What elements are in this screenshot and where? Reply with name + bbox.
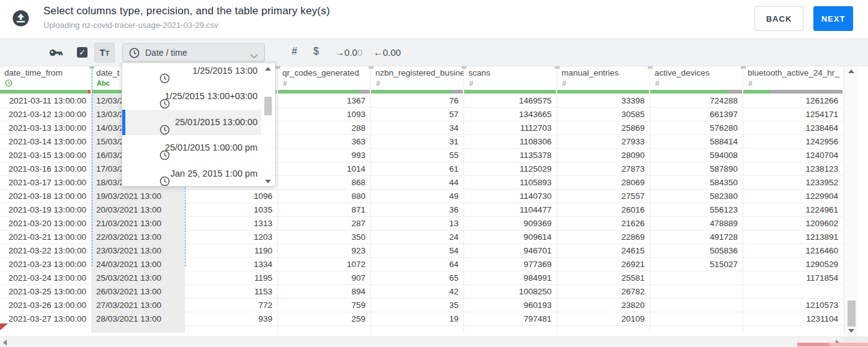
table-cell: 1171854 [743, 271, 844, 285]
table-cell: 1233952 [743, 176, 844, 190]
column-resize-grip[interactable] [555, 66, 560, 69]
column-resize-grip[interactable] [89, 66, 94, 69]
chevron-down-icon [250, 51, 258, 61]
table-cell: 1072 [278, 258, 371, 271]
column-resize-grip[interactable] [648, 66, 653, 69]
table-cell: 1216460 [743, 244, 844, 258]
increase-precision-button[interactable]: →0.00 [335, 47, 362, 58]
table-cell: 49 [371, 190, 464, 203]
table-cell: 2021-03-20 13:00:00 [0, 217, 92, 231]
table-cell: 24615 [557, 244, 650, 258]
table-cell: 880 [278, 190, 371, 203]
column-header[interactable]: date_time_from [0, 66, 92, 90]
back-button[interactable]: BACK [754, 6, 803, 31]
table-cell: 797481 [464, 312, 557, 326]
table-cell: 2021-03-22 13:00:00 [0, 244, 92, 258]
table-cell [743, 285, 844, 299]
table-cell: 1203 [185, 231, 278, 244]
decrease-precision-button[interactable]: ←0.00 [374, 47, 401, 58]
dropdown-item[interactable]: 1/25/2015 13:00+03:00 [122, 84, 262, 109]
table-cell: 977369 [464, 258, 557, 271]
page-title: Select columns type, precision, and the … [43, 5, 330, 17]
column-type-badge: # [376, 79, 380, 88]
currency-type-button[interactable]: $ [313, 46, 319, 57]
table-cell: 42 [371, 285, 464, 299]
table-cell [557, 326, 650, 333]
table-cell: 1313 [185, 217, 278, 231]
table-cell: 907 [278, 271, 371, 285]
scroll-down-icon[interactable] [848, 329, 854, 333]
vertical-scrollbar-thumb[interactable] [848, 301, 856, 327]
dropdown-scrollbar-thumb[interactable] [264, 97, 272, 115]
scroll-up-icon[interactable] [265, 67, 271, 71]
table-cell: 259 [278, 312, 371, 326]
table-cell: 363 [278, 135, 371, 149]
column-header[interactable]: bluetooth_active_24_hr_# [743, 66, 844, 90]
dropdown-scrollbar[interactable] [261, 63, 275, 187]
table-cell: 576280 [650, 121, 743, 135]
table-cell: 20109 [557, 312, 650, 326]
integer-type-button[interactable]: # [292, 46, 297, 57]
table-cell: 1334 [185, 258, 278, 271]
primary-key-icon[interactable] [48, 48, 63, 60]
nullable-checkbox[interactable]: ✓ [77, 47, 87, 58]
upload-progress-remnant [797, 343, 868, 346]
column-resize-grip[interactable] [741, 66, 746, 69]
table-cell: 1112703 [464, 121, 557, 135]
dropdown-item[interactable]: 25/01/2015 1:00:00 pm [122, 135, 262, 160]
table-cell: 868 [278, 176, 371, 190]
column-name: qr_codes_generated [282, 68, 359, 77]
column-header[interactable]: active_devices# [650, 66, 743, 90]
table-cell: 594008 [650, 149, 743, 162]
column-header[interactable]: qr_codes_generated# [278, 66, 371, 90]
dropdown-item-label: 25/01/2015 13:00:00 [175, 117, 257, 127]
table-cell: 1195 [185, 271, 278, 285]
text-type-button[interactable]: TT [94, 43, 115, 63]
dropdown-item[interactable]: 1/25/2015 13:00 [122, 63, 262, 84]
quality-bar [278, 90, 370, 94]
column-header[interactable]: nzbn_registered_busine# [371, 66, 464, 90]
table-cell: 1254171 [743, 108, 844, 121]
column-resize-grip[interactable] [462, 66, 467, 69]
date-format-dropdown: 1/25/2015 13:00 1/25/2015 13:00+03:00 25… [122, 63, 275, 187]
table-cell: 960193 [464, 299, 557, 312]
table-cell: 2021-03-14 13:00:00 [0, 135, 92, 149]
table-cell: 2021-03-18 13:00:00 [0, 190, 92, 203]
table-cell: 2021-03-19 13:00:00 [0, 203, 92, 217]
column-name: manual_entries [562, 68, 619, 77]
table-cell: 1096 [185, 190, 278, 203]
table-cell: 26016 [557, 203, 650, 217]
table-cell: 1105893 [464, 176, 557, 190]
table-cell: 23820 [557, 299, 650, 312]
table-cell: 34 [371, 121, 464, 135]
table-cell: 2021-03-16 13:00:00 [0, 162, 92, 176]
table-cell: 24/03/2021 13:00 [92, 258, 185, 271]
table-cell [92, 326, 185, 333]
scroll-left-icon[interactable] [3, 340, 7, 346]
table-cell: 556123 [650, 203, 743, 217]
column-header[interactable]: scans# [464, 66, 557, 90]
scroll-up-icon[interactable] [848, 69, 854, 73]
horizontal-scrollbar[interactable] [0, 336, 844, 347]
dropdown-item[interactable]: Jan 25, 2015 1:00 pm [122, 161, 262, 187]
dropdown-item[interactable]: 25/01/2015 13:00:00 [122, 110, 262, 135]
vertical-scrollbar[interactable] [844, 66, 858, 336]
table-cell: 1210573 [743, 299, 844, 312]
selected-item-bar [122, 110, 125, 135]
column-header[interactable]: manual_entries# [557, 66, 650, 90]
column-resize-grip[interactable] [275, 66, 280, 69]
table-cell: 587890 [650, 162, 743, 176]
table-cell: 1125029 [464, 162, 557, 176]
next-button[interactable]: NEXT [813, 6, 853, 31]
table-cell: 25/03/2021 13:00 [92, 271, 185, 285]
quality-bar [557, 90, 649, 94]
table-cell: 21/03/2021 13:00 [92, 217, 185, 231]
table-cell: 894 [278, 285, 371, 299]
column-resize-grip[interactable] [369, 66, 374, 69]
column-type-select[interactable]: Date / time [122, 43, 265, 62]
table-cell: 505836 [650, 244, 743, 258]
table-cell: 19 [371, 312, 464, 326]
quality-bar [0, 90, 91, 94]
column-type-value: Date / time [145, 48, 187, 58]
scroll-down-icon[interactable] [265, 180, 271, 183]
